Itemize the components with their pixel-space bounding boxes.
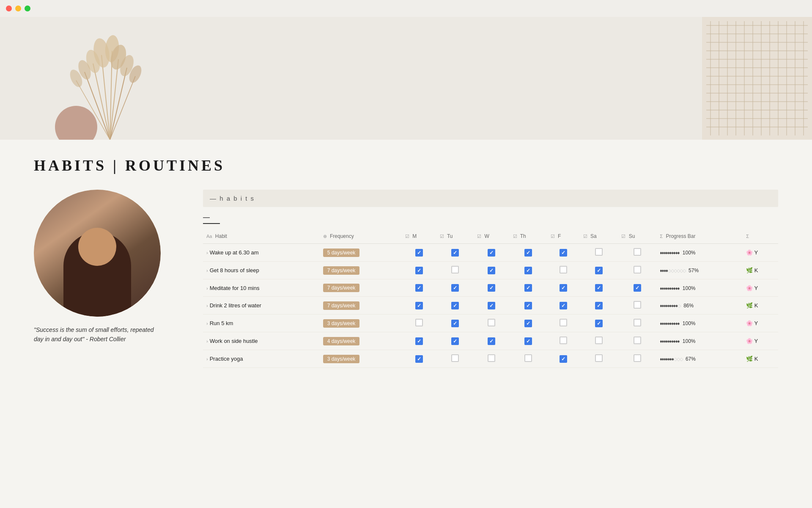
day-su-checkbox[interactable] [634, 319, 641, 326]
day-sa-cell [580, 279, 618, 297]
day-tu-checkbox[interactable] [451, 266, 459, 273]
day-f-checkbox[interactable] [560, 319, 567, 326]
day-th-cell [510, 244, 547, 262]
day-tu-checkbox[interactable] [451, 337, 459, 345]
habit-name: Drink 2 litres of water [210, 302, 261, 309]
day-su-checkbox[interactable] [634, 354, 641, 362]
day-m-checkbox[interactable] [415, 319, 423, 326]
day-su-cell [618, 279, 656, 297]
status-emoji: 🌿 [746, 302, 753, 309]
day-th-cell [510, 350, 547, 368]
day-tu-checkbox[interactable] [451, 354, 459, 362]
expand-icon[interactable]: › [206, 356, 208, 362]
day-w-cell [474, 262, 509, 279]
frequency-badge: 3 days/week [323, 319, 360, 328]
day-th-checkbox[interactable] [524, 284, 532, 292]
diamond-empty: ◇ [680, 356, 683, 362]
day-sa-cell [580, 332, 618, 350]
day-w-checkbox[interactable] [488, 319, 495, 326]
day-sa-checkbox[interactable] [595, 248, 603, 256]
day-f-checkbox[interactable] [560, 284, 567, 292]
day-tu-cell [436, 315, 474, 332]
close-button[interactable] [6, 6, 12, 11]
frequency-cell: 7 days/week [320, 297, 402, 315]
day-f-checkbox[interactable] [560, 337, 567, 344]
table-row: ›Drink 2 litres of water7 days/week♦♦♦♦♦… [203, 297, 778, 315]
day-su-checkbox[interactable] [634, 266, 641, 273]
day-tu-checkbox[interactable] [451, 249, 459, 257]
table-row: ›Run 5 km3 days/week♦♦♦♦♦♦♦♦♦♦ 100%🌸 Y [203, 315, 778, 332]
status-cell: 🌸 Y [743, 332, 778, 350]
day-w-checkbox[interactable] [488, 354, 495, 362]
day-th-cell [510, 315, 547, 332]
expand-icon[interactable]: › [206, 321, 208, 326]
diamond-filled: ♦ [678, 339, 680, 344]
grid-decoration [702, 17, 812, 140]
day-tu-checkbox[interactable] [451, 302, 459, 309]
expand-icon[interactable]: › [206, 250, 208, 255]
day-w-checkbox[interactable] [488, 337, 495, 345]
day-w-cell [474, 297, 509, 315]
day-sa-checkbox[interactable] [595, 337, 603, 344]
day-m-checkbox[interactable] [415, 337, 423, 345]
day-m-checkbox[interactable] [415, 302, 423, 309]
day-tu-cell [436, 350, 474, 368]
status-letter: Y [754, 320, 758, 326]
svg-rect-16 [702, 17, 812, 140]
table-header-row: Aa Habit ⊕ Frequency ☑ M ☑ [203, 229, 778, 244]
day-w-checkbox[interactable] [488, 267, 495, 274]
progress-percent: 86% [682, 303, 694, 309]
day-sa-checkbox[interactable] [595, 284, 603, 292]
day-su-checkbox[interactable] [634, 284, 641, 292]
day-su-checkbox[interactable] [634, 301, 641, 309]
day-f-cell [547, 244, 580, 262]
status-letter: K [754, 356, 758, 362]
expand-icon[interactable]: › [206, 339, 208, 344]
day-th-checkbox[interactable] [524, 337, 532, 345]
day-m-checkbox[interactable] [415, 355, 423, 363]
day-sa-checkbox[interactable] [595, 302, 603, 309]
diamond-empty: ◇ [680, 268, 683, 273]
th-sunday: ☑ Su [618, 229, 656, 244]
habit-name-cell: ›Wake up at 6.30 am [203, 244, 320, 262]
plus-circle-icon: ⊕ [323, 234, 327, 239]
frequency-cell: 5 days/week [320, 244, 402, 262]
maximize-button[interactable] [25, 6, 30, 11]
day-w-checkbox[interactable] [488, 302, 495, 309]
day-sa-checkbox[interactable] [595, 320, 603, 327]
minimize-button[interactable] [15, 6, 21, 11]
day-su-checkbox[interactable] [634, 248, 641, 256]
expand-icon[interactable]: › [206, 286, 208, 291]
day-th-checkbox[interactable] [524, 267, 532, 274]
expand-icon[interactable]: › [206, 303, 208, 308]
frequency-badge: 7 days/week [323, 301, 360, 310]
day-sa-checkbox[interactable] [595, 354, 603, 362]
day-tu-checkbox[interactable] [451, 320, 459, 327]
day-sa-cell [580, 350, 618, 368]
day-f-checkbox[interactable] [560, 249, 567, 257]
th-wednesday: ☑ W [474, 229, 509, 244]
day-m-cell [402, 297, 436, 315]
sub-header: — [203, 212, 220, 224]
day-m-checkbox[interactable] [415, 284, 423, 292]
day-th-checkbox[interactable] [524, 302, 532, 309]
day-f-checkbox[interactable] [560, 302, 567, 309]
day-su-cell [618, 350, 656, 368]
day-m-checkbox[interactable] [415, 267, 423, 274]
status-cell: 🌸 Y [743, 315, 778, 332]
day-sa-checkbox[interactable] [595, 267, 603, 274]
day-f-checkbox[interactable] [560, 355, 567, 363]
expand-icon[interactable]: › [206, 268, 208, 273]
day-m-checkbox[interactable] [415, 249, 423, 257]
day-w-cell [474, 279, 509, 297]
day-f-checkbox[interactable] [560, 266, 567, 273]
day-th-checkbox[interactable] [524, 354, 532, 362]
day-th-checkbox[interactable] [524, 320, 532, 327]
habit-name: Get 8 hours of sleep [210, 267, 259, 273]
day-su-checkbox[interactable] [634, 337, 641, 344]
day-w-checkbox[interactable] [488, 284, 495, 292]
day-w-checkbox[interactable] [488, 249, 495, 257]
day-m-cell [402, 244, 436, 262]
day-th-checkbox[interactable] [524, 249, 532, 257]
day-tu-checkbox[interactable] [451, 284, 459, 292]
